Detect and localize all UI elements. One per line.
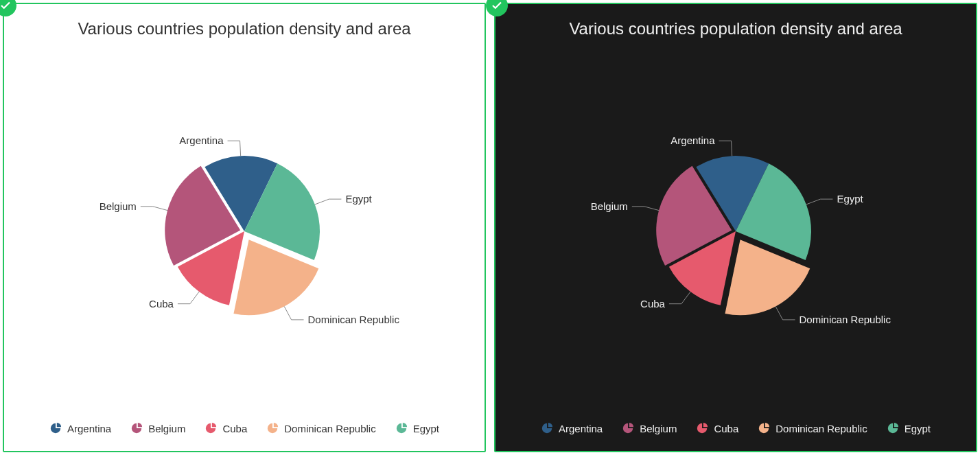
legend-label: Argentina	[67, 423, 111, 434]
legend-label: Egypt	[905, 423, 931, 434]
pie-chart: ArgentinaBelgiumCubaDominican RepublicEg…	[18, 46, 471, 417]
check-icon	[0, 0, 16, 16]
legend-label: Belgium	[640, 423, 677, 434]
legend-label: Argentina	[559, 423, 603, 434]
legend-label: Cuba	[222, 423, 247, 434]
legend-item[interactable]: Cuba	[696, 422, 738, 434]
pie-icon	[395, 422, 408, 434]
chart-title: Various countries population density and…	[45, 18, 443, 39]
pie-icon	[887, 422, 899, 434]
legend-item[interactable]: Argentina	[541, 422, 603, 434]
legend-item[interactable]: Belgium	[130, 422, 185, 434]
legend-item[interactable]: Cuba	[205, 422, 247, 434]
pie-icon	[696, 422, 708, 434]
slice-label: Argentina	[670, 135, 715, 146]
leader-line	[141, 207, 167, 211]
pie-icon	[541, 422, 553, 434]
pie-icon	[266, 422, 279, 434]
legend-label: Egypt	[413, 423, 439, 434]
pie-chart: ArgentinaBelgiumCubaDominican RepublicEg…	[509, 46, 962, 417]
legend-item[interactable]: Argentina	[49, 422, 111, 434]
chart-panel-dark: Various countries population density and…	[494, 3, 977, 452]
leader-line	[806, 199, 833, 205]
leader-line	[719, 141, 732, 156]
check-icon	[486, 0, 508, 16]
slice-label: Argentina	[179, 135, 224, 146]
legend: ArgentinaBelgiumCubaDominican RepublicEg…	[18, 417, 471, 437]
pie-icon	[49, 422, 62, 434]
slice-label: Belgium	[591, 200, 628, 212]
legend-label: Dominican Republic	[775, 423, 867, 434]
chart-title: Various countries population density and…	[537, 18, 935, 39]
legend: ArgentinaBelgiumCubaDominican RepublicEg…	[509, 417, 962, 437]
leader-line	[669, 292, 690, 304]
leader-line	[178, 292, 199, 304]
leader-line	[632, 207, 659, 211]
slice-label: Cuba	[149, 298, 174, 310]
slice-label: Dominican Republic	[800, 314, 891, 325]
legend-label: Cuba	[714, 423, 738, 434]
legend-label: Dominican Republic	[284, 423, 375, 434]
legend-item[interactable]: Dominican Republic	[758, 422, 867, 434]
legend-item[interactable]: Dominican Republic	[266, 422, 375, 434]
pie-icon	[622, 422, 634, 434]
pie-icon	[130, 422, 143, 434]
leader-line	[775, 307, 795, 320]
slice-label: Belgium	[100, 200, 137, 212]
pie-icon	[758, 422, 770, 434]
legend-item[interactable]: Egypt	[395, 422, 439, 434]
slice-label: Egypt	[837, 193, 863, 205]
pie-icon	[205, 422, 217, 434]
slice-label: Dominican Republic	[308, 314, 400, 325]
leader-line	[284, 307, 303, 320]
slice-label: Egypt	[345, 193, 372, 205]
legend-item[interactable]: Belgium	[622, 422, 677, 434]
slice-label: Cuba	[640, 298, 666, 310]
legend-item[interactable]: Egypt	[887, 422, 931, 434]
leader-line	[315, 199, 342, 205]
leader-line	[228, 141, 241, 156]
legend-label: Belgium	[148, 423, 185, 434]
chart-panel-light: Various countries population density and…	[3, 3, 486, 452]
